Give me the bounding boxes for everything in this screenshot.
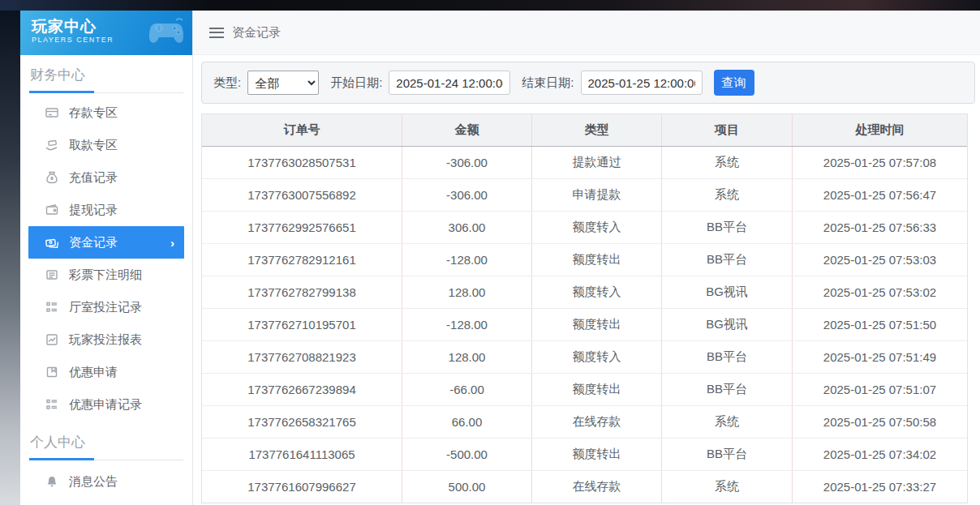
- chevron-right-icon: ›: [170, 236, 174, 250]
- time-cell: 2025-01-25 07:57:08: [792, 147, 967, 178]
- table-row: 1737762710195701 -128.00 额度转出 BG视讯 2025-…: [202, 308, 967, 340]
- list-icon: [45, 301, 58, 315]
- type-label: 类型:: [213, 75, 241, 91]
- time-cell: 2025-01-25 07:51:49: [792, 341, 967, 373]
- column-header-type: 类型: [531, 114, 661, 146]
- section-title-personal: 个人中心: [20, 421, 192, 452]
- amount-cell: 128.00: [402, 276, 531, 308]
- order-no-cell: 1737761607996627: [202, 471, 402, 503]
- amount-cell: 66.00: [402, 406, 531, 438]
- type-cell: 在线存款: [531, 406, 661, 438]
- column-header-amount: 金额: [402, 114, 531, 146]
- sidebar-item-label: 彩票下注明细: [69, 267, 142, 283]
- time-cell: 2025-01-25 07:33:27: [792, 471, 967, 503]
- project-cell: BB平台: [661, 374, 792, 405]
- project-cell: 系统: [661, 179, 792, 211]
- order-no-cell: 1737762782912161: [202, 244, 402, 276]
- type-cell: 额度转入: [531, 341, 661, 373]
- type-cell: 额度转出: [531, 374, 661, 405]
- players-center-window: 玩家中心 PLAYERS CENTER 财务中心 存款专区: [20, 11, 980, 505]
- document-icon: [45, 268, 58, 282]
- amount-cell: -66.00: [402, 374, 531, 405]
- project-cell: BB平台: [661, 212, 792, 243]
- time-cell: 2025-01-25 07:51:50: [792, 309, 967, 340]
- type-cell: 提款通过: [531, 147, 661, 178]
- money-bag-icon: [45, 171, 58, 185]
- type-cell: 在线存款: [531, 471, 661, 503]
- order-no-cell: 1737762708821923: [202, 341, 402, 373]
- order-no-cell: 1737762782799138: [202, 276, 402, 308]
- amount-cell: -500.00: [402, 439, 531, 470]
- table-row: 1737761641113065 -500.00 额度转出 BB平台 2025-…: [202, 438, 967, 470]
- withdraw-hand-icon: [45, 139, 58, 152]
- table-row: 1737762658321765 66.00 在线存款 系统 2025-01-2…: [202, 405, 967, 438]
- table-row: 1737762782912161 -128.00 额度转出 BB平台 2025-…: [202, 243, 967, 276]
- filter-panel: 类型: 全部 开始日期: 结束日期: 查询: [201, 62, 975, 104]
- logo-banner: 玩家中心 PLAYERS CENTER: [20, 11, 192, 55]
- main-area: 资金记录 类型: 全部 开始日期: 结束日期: 查询 订单号 金额 类型: [193, 11, 980, 505]
- sidebar-item-label: 厅室投注记录: [69, 300, 142, 315]
- column-header-project: 项目: [661, 114, 792, 146]
- sidebar-item-recharge-records[interactable]: 充值记录: [20, 161, 192, 194]
- sidebar-item-lottery-bet-details[interactable]: 彩票下注明细: [20, 259, 192, 291]
- sidebar-item-profile[interactable]: 个人资料: [20, 498, 192, 505]
- amount-cell: 306.00: [402, 212, 531, 243]
- project-cell: BG视讯: [661, 276, 792, 308]
- project-cell: BB平台: [661, 439, 792, 470]
- table-row: 1737762708821923 128.00 额度转入 BB平台 2025-0…: [202, 340, 967, 373]
- table-row: 1737763007556892 -306.00 申请提款 系统 2025-01…: [202, 178, 967, 211]
- table-body: 1737763028507531 -306.00 提款通过 系统 2025-01…: [202, 147, 967, 503]
- column-header-order-no: 订单号: [202, 114, 402, 146]
- start-date-input[interactable]: [389, 71, 510, 95]
- column-header-time: 处理时间: [792, 114, 967, 146]
- time-cell: 2025-01-25 07:53:02: [792, 276, 967, 308]
- order-no-cell: 1737762992576651: [202, 212, 402, 243]
- time-cell: 2025-01-25 07:53:03: [792, 244, 967, 276]
- hamburger-icon[interactable]: [209, 28, 224, 38]
- amount-cell: -128.00: [402, 309, 531, 340]
- time-cell: 2025-01-25 07:50:58: [792, 406, 967, 438]
- sidebar: 玩家中心 PLAYERS CENTER 财务中心 存款专区: [20, 11, 193, 505]
- sidebar-item-label: 资金记录: [69, 235, 118, 250]
- type-cell: 额度转入: [531, 212, 661, 243]
- sidebar-item-player-bet-report[interactable]: 玩家投注报表: [20, 323, 192, 356]
- sidebar-item-fund-records[interactable]: 资金记录 ›: [28, 226, 184, 259]
- end-date-input[interactable]: [581, 71, 703, 95]
- search-button[interactable]: 查询: [714, 70, 754, 96]
- sidebar-item-deposit-zone[interactable]: 存款专区: [20, 96, 192, 129]
- topbar: 资金记录: [193, 11, 980, 55]
- sidebar-item-promo-apply-records[interactable]: 优惠申请记录: [20, 388, 192, 421]
- order-no-cell: 1737763028507531: [202, 147, 402, 178]
- sidebar-item-label: 充值记录: [69, 170, 118, 186]
- list-icon: [45, 398, 58, 412]
- type-cell: 申请提款: [531, 179, 661, 211]
- order-no-cell: 1737761641113065: [202, 439, 402, 470]
- table-row: 1737761607996627 500.00 在线存款 系统 2025-01-…: [202, 470, 967, 503]
- order-no-cell: 1737762658321765: [202, 406, 402, 438]
- bell-icon: [45, 475, 58, 489]
- order-no-cell: 1737762667239894: [202, 374, 402, 405]
- table-row: 1737762782799138 128.00 额度转入 BG视讯 2025-0…: [202, 276, 967, 308]
- sidebar-item-hall-bet-records[interactable]: 厅室投注记录: [20, 291, 192, 323]
- amount-cell: 128.00: [402, 341, 531, 373]
- type-cell: 额度转出: [531, 309, 661, 340]
- project-cell: BB平台: [661, 341, 792, 373]
- type-select[interactable]: 全部: [247, 71, 319, 95]
- type-cell: 额度转出: [531, 439, 661, 470]
- personal-menu: 消息公告 个人资料: [20, 465, 192, 505]
- sidebar-item-promo-apply[interactable]: 优惠申请: [20, 356, 192, 388]
- type-cell: 额度转入: [531, 276, 661, 308]
- time-cell: 2025-01-25 07:56:33: [792, 212, 967, 243]
- end-date-label: 结束日期:: [522, 75, 574, 91]
- breadcrumb: 资金记录: [232, 25, 281, 41]
- sidebar-item-withdraw-zone[interactable]: 取款专区: [20, 129, 192, 161]
- sidebar-item-withdraw-records[interactable]: 提现记录: [20, 194, 192, 226]
- sidebar-item-label: 消息公告: [69, 474, 118, 490]
- sidebar-item-label: 存款专区: [69, 105, 118, 121]
- table-header-row: 订单号 金额 类型 项目 处理时间: [202, 114, 967, 147]
- sidebar-item-messages[interactable]: 消息公告: [20, 465, 192, 498]
- project-cell: BB平台: [661, 244, 792, 276]
- table-row: 1737763028507531 -306.00 提款通过 系统 2025-01…: [202, 147, 967, 178]
- section-divider: [29, 91, 183, 93]
- sidebar-item-label: 提现记录: [69, 203, 118, 218]
